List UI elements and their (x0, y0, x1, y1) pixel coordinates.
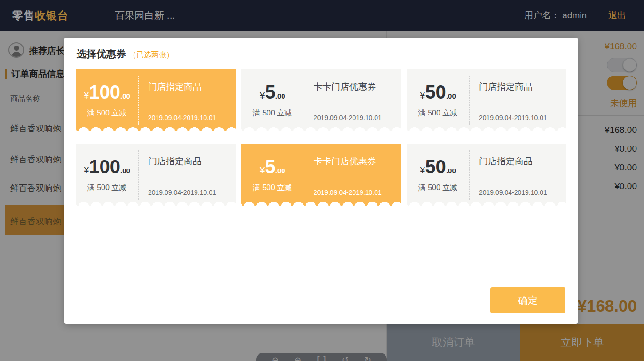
coupon-card[interactable]: ¥5.00 满 500 立减 卡卡门店优惠券 2019.09.04-2019.1… (241, 144, 401, 206)
coupon-dialog: 选择优惠券 （已选两张） ¥100.00 满 500 立减 门店指定商品 201… (64, 38, 578, 324)
coupon-amount-block: ¥50.00 满 500 立减 (407, 69, 469, 131)
coupon-card[interactable]: ¥5.00 满 500 立减 卡卡门店优惠券 2019.09.04-2019.1… (241, 69, 401, 131)
coupon-validity: 2019.09.04-2019.10.01 (314, 189, 398, 196)
coupon-validity: 2019.09.04-2019.10.01 (314, 114, 398, 122)
coupon-price: ¥5.00 (259, 83, 285, 101)
coupon-info-block: 门店指定商品 2019.09.04-2019.10.01 (470, 69, 566, 131)
coupon-amount-block: ¥100.00 满 500 立减 (76, 144, 138, 206)
coupon-card[interactable]: ¥50.00 满 500 立减 门店指定商品 2019.09.04-2019.1… (407, 69, 566, 131)
coupon-price: ¥100.00 (84, 157, 130, 176)
currency-symbol: ¥ (259, 165, 265, 176)
coupon-price: ¥5.00 (259, 157, 285, 176)
coupon-title: 门店指定商品 (148, 81, 233, 93)
selected-count-label: （已选两张） (129, 50, 174, 60)
currency-symbol: ¥ (420, 165, 425, 176)
coupon-card[interactable]: ¥100.00 满 500 立减 门店指定商品 2019.09.04-2019.… (76, 69, 236, 131)
coupon-amount: 100 (89, 83, 120, 101)
coupon-amount-block: ¥5.00 满 500 立减 (241, 69, 304, 131)
coupon-price: ¥50.00 (420, 157, 456, 176)
coupon-condition: 满 500 立减 (253, 183, 292, 193)
coupon-title: 门店指定商品 (479, 81, 564, 93)
coupon-title: 门店指定商品 (148, 155, 233, 168)
dialog-title: 选择优惠券 (77, 47, 126, 61)
coupon-amount: 50 (425, 83, 446, 101)
coupon-title: 门店指定商品 (479, 155, 564, 168)
coupon-title: 卡卡门店优惠券 (314, 155, 398, 168)
coupon-amount-block: ¥5.00 满 500 立减 (241, 144, 304, 206)
coupon-cents: .00 (120, 92, 130, 100)
coupon-price: ¥50.00 (420, 83, 456, 101)
currency-symbol: ¥ (259, 90, 265, 101)
coupon-info-block: 门店指定商品 2019.09.04-2019.10.01 (139, 69, 236, 131)
currency-symbol: ¥ (84, 165, 89, 176)
coupon-condition: 满 500 立减 (87, 108, 127, 118)
coupon-condition: 满 500 立减 (87, 183, 127, 193)
coupon-amount: 50 (425, 157, 446, 176)
coupon-amount: 100 (89, 157, 120, 176)
coupon-cents: .00 (120, 167, 130, 175)
coupon-validity: 2019.09.04-2019.10.01 (148, 189, 233, 196)
coupon-info-block: 卡卡门店优惠券 2019.09.04-2019.10.01 (304, 69, 401, 131)
coupon-amount: 5 (265, 157, 275, 176)
currency-symbol: ¥ (84, 90, 89, 101)
coupon-condition: 满 500 立减 (253, 108, 292, 118)
coupon-price: ¥100.00 (84, 83, 130, 101)
coupon-amount-block: ¥50.00 满 500 立减 (407, 144, 469, 206)
currency-symbol: ¥ (420, 90, 425, 101)
coupon-info-block: 门店指定商品 2019.09.04-2019.10.01 (470, 144, 566, 206)
coupon-validity: 2019.09.04-2019.10.01 (479, 114, 564, 122)
coupon-card[interactable]: ¥100.00 满 500 立减 门店指定商品 2019.09.04-2019.… (76, 144, 236, 206)
coupon-cents: .00 (446, 167, 456, 175)
confirm-button[interactable]: 确定 (490, 287, 565, 313)
coupon-validity: 2019.09.04-2019.10.01 (479, 189, 564, 196)
coupon-condition: 满 500 立减 (418, 108, 458, 118)
coupon-card[interactable]: ¥50.00 满 500 立减 门店指定商品 2019.09.04-2019.1… (407, 144, 566, 206)
coupon-info-block: 门店指定商品 2019.09.04-2019.10.01 (139, 144, 236, 206)
coupon-amount: 5 (265, 83, 275, 101)
coupon-amount-block: ¥100.00 满 500 立减 (76, 69, 138, 131)
coupon-condition: 满 500 立减 (418, 183, 458, 193)
pos-screen: 零售收银台 百果园白新 ... 用户名： admin 退出 推荐店长 订单商品信… (0, 0, 644, 361)
coupon-validity: 2019.09.04-2019.10.01 (148, 114, 233, 122)
coupon-grid: ¥100.00 满 500 立减 门店指定商品 2019.09.04-2019.… (76, 69, 566, 206)
coupon-info-block: 卡卡门店优惠券 2019.09.04-2019.10.01 (304, 144, 401, 206)
coupon-title: 卡卡门店优惠券 (314, 81, 398, 93)
coupon-cents: .00 (275, 167, 285, 175)
coupon-cents: .00 (446, 92, 456, 100)
coupon-cents: .00 (275, 92, 285, 100)
